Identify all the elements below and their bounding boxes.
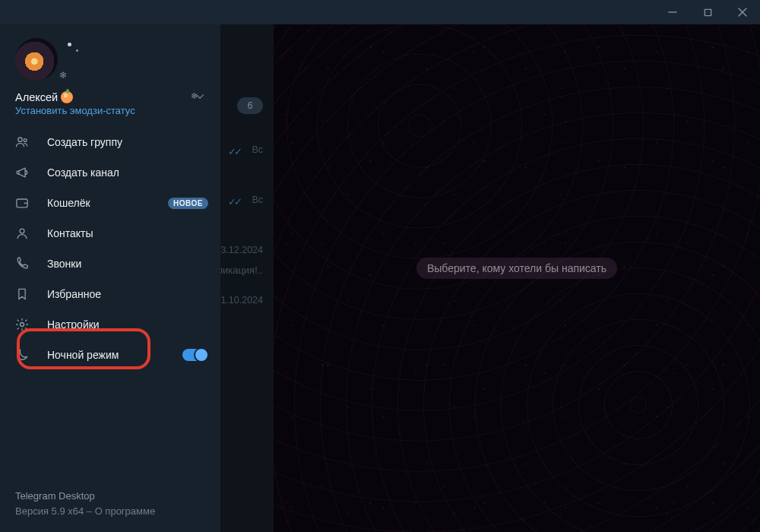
svg-point-4 [18, 138, 22, 141]
window-titlebar [0, 0, 760, 24]
phone-icon [14, 256, 30, 271]
version-label[interactable]: Версия 5.9 x64 – О программе [15, 504, 205, 519]
menu-label: Звонки [47, 258, 81, 270]
drawer-header: ❄ Алексей Установить эмодзи-статус ❄ [0, 24, 220, 124]
user-name-text: Алексей [15, 91, 58, 103]
new-badge: НОВОЕ [168, 198, 208, 209]
menu-label: Избранное [47, 288, 101, 300]
menu-label: Создать канал [47, 166, 119, 179]
svg-rect-1 [705, 9, 711, 15]
bookmark-icon [14, 287, 30, 302]
menu-label: Настройки [47, 318, 100, 331]
account-expand-button[interactable] [193, 90, 207, 106]
menu-contacts[interactable]: Контакты [0, 218, 220, 249]
gear-icon [14, 317, 30, 332]
snowflake-icon: ❄ [59, 70, 67, 81]
menu-wallet[interactable]: Кошелёк НОВОЕ [0, 188, 220, 218]
user-name: Алексей [15, 91, 205, 103]
menu-label: Контакты [47, 227, 93, 239]
menu-label: Ночной режим [47, 349, 119, 361]
user-icon [14, 226, 30, 241]
wallet-icon [14, 195, 30, 211]
svg-point-5 [24, 139, 27, 142]
menu-settings[interactable]: Настройки [0, 309, 220, 340]
menu-label: Создать группу [47, 136, 122, 148]
set-emoji-status-link[interactable]: Установить эмодзи-статус [15, 105, 205, 116]
peach-emoji-icon [61, 91, 73, 103]
main-menu-drawer: ❄ Алексей Установить эмодзи-статус ❄ Соз… [0, 24, 220, 532]
user-avatar[interactable] [15, 38, 58, 81]
menu-saved-messages[interactable]: Избранное [0, 279, 220, 309]
window-maximize-button[interactable] [690, 0, 725, 24]
drawer-footer: Telegram Desktop Версия 5.9 x64 – О прог… [0, 489, 220, 532]
megaphone-icon [14, 165, 30, 180]
window-close-button[interactable] [725, 0, 760, 24]
window-minimize-button[interactable] [655, 0, 690, 24]
svg-point-8 [20, 229, 24, 233]
svg-point-9 [21, 323, 24, 327]
app-name-label: Telegram Desktop [15, 489, 205, 504]
night-mode-toggle[interactable] [182, 349, 208, 361]
drawer-menu: Создать группу Создать канал Кошелёк НОВ… [0, 124, 220, 370]
group-icon [14, 135, 30, 150]
svg-point-7 [24, 203, 26, 204]
moon-icon [14, 347, 30, 363]
menu-night-mode[interactable]: Ночной режим [0, 340, 220, 370]
menu-label: Кошелёк [47, 197, 90, 209]
menu-create-group[interactable]: Создать группу [0, 127, 220, 157]
menu-calls[interactable]: Звонки [0, 249, 220, 279]
menu-create-channel[interactable]: Создать канал [0, 157, 220, 188]
